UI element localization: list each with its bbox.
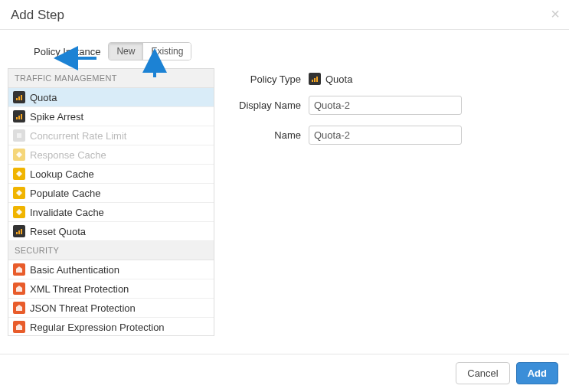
policy-instance-label: Policy Instance bbox=[34, 46, 100, 57]
svg-rect-3 bbox=[21, 95, 22, 100]
add-button[interactable]: Add bbox=[516, 362, 558, 384]
name-input[interactable] bbox=[309, 126, 462, 145]
policy-item[interactable]: Reset Quota bbox=[8, 222, 214, 241]
instance-toggle-group: New Existing bbox=[108, 42, 191, 60]
dark-icon bbox=[13, 110, 25, 122]
policy-item[interactable]: Lookup Cache bbox=[8, 165, 214, 184]
yellow-icon bbox=[13, 187, 25, 199]
svg-rect-2 bbox=[18, 96, 20, 100]
yellow-icon bbox=[13, 206, 25, 218]
svg-rect-6 bbox=[21, 114, 22, 119]
policy-item-label: Basic Authentication bbox=[30, 264, 119, 276]
policy-type-value-wrap: Quota bbox=[309, 73, 352, 85]
policy-item: Concurrent Rate Limit bbox=[8, 126, 214, 145]
policy-item-label: Lookup Cache bbox=[30, 168, 94, 180]
yellow-icon bbox=[13, 168, 25, 180]
svg-rect-4 bbox=[16, 117, 18, 119]
policy-item-label: XML Threat Protection bbox=[30, 283, 129, 295]
policy-item-label: Regular Expression Protection bbox=[30, 322, 165, 333]
section-traffic-header: TRAFFIC MANAGEMENT bbox=[8, 69, 214, 88]
modal-title: Add Step bbox=[11, 8, 558, 23]
svg-rect-13 bbox=[316, 77, 318, 82]
quota-icon bbox=[309, 73, 321, 85]
policy-item-label: Populate Cache bbox=[30, 188, 101, 199]
policy-item[interactable]: XML Threat Protection bbox=[8, 279, 214, 299]
display-name-row: Display Name bbox=[228, 96, 563, 115]
policy-type-label: Policy Type bbox=[228, 74, 301, 85]
cancel-button[interactable]: Cancel bbox=[456, 362, 509, 384]
disabled-icon bbox=[13, 129, 25, 142]
content-row: TRAFFIC MANAGEMENT QuotaSpike ArrestConc… bbox=[8, 68, 563, 336]
policy-item-label: Quota bbox=[30, 92, 57, 103]
form-area: Policy Type Quota Display Name Name bbox=[228, 68, 563, 336]
name-label: Name bbox=[228, 129, 301, 141]
policy-item[interactable]: Invalidate Cache bbox=[8, 203, 214, 222]
policy-item[interactable]: JSON Threat Protection bbox=[8, 299, 214, 318]
policy-type-value: Quota bbox=[325, 74, 352, 85]
svg-rect-1 bbox=[16, 98, 18, 100]
policy-list[interactable]: TRAFFIC MANAGEMENT QuotaSpike ArrestConc… bbox=[8, 68, 214, 336]
policy-item[interactable]: Spike Arrest bbox=[8, 107, 214, 126]
policy-item-label: Invalidate Cache bbox=[30, 207, 104, 218]
modal-header: Add Step × bbox=[0, 0, 569, 30]
orange-icon bbox=[13, 283, 25, 295]
svg-rect-9 bbox=[18, 230, 20, 234]
quota-icon bbox=[13, 91, 25, 103]
display-name-input[interactable] bbox=[309, 96, 462, 115]
modal-footer: Cancel Add bbox=[0, 354, 569, 392]
policy-item-label: Spike Arrest bbox=[30, 111, 83, 122]
yellow-light-icon bbox=[13, 149, 25, 161]
orange-icon bbox=[13, 321, 25, 333]
policy-item[interactable]: Quota bbox=[8, 88, 214, 107]
svg-rect-12 bbox=[314, 78, 316, 82]
section-security-header: SECURITY bbox=[8, 241, 214, 260]
svg-rect-11 bbox=[312, 80, 313, 82]
policy-item-label: Reset Quota bbox=[30, 226, 86, 237]
toggle-new-button[interactable]: New bbox=[109, 43, 142, 60]
dark-icon bbox=[13, 225, 25, 237]
display-name-label: Display Name bbox=[228, 100, 301, 111]
policy-item-label: Response Cache bbox=[30, 149, 106, 161]
svg-rect-10 bbox=[21, 229, 22, 234]
policy-item-label: Concurrent Rate Limit bbox=[30, 130, 126, 142]
policy-item-label: JSON Threat Protection bbox=[30, 302, 136, 314]
svg-rect-5 bbox=[18, 116, 20, 119]
policy-type-row: Policy Type Quota bbox=[228, 73, 563, 85]
close-icon[interactable]: × bbox=[551, 6, 560, 21]
policy-item: Response Cache bbox=[8, 145, 214, 165]
toggle-existing-button[interactable]: Existing bbox=[142, 43, 191, 60]
name-row: Name bbox=[228, 126, 563, 145]
policy-instance-row: Policy Instance New Existing bbox=[34, 42, 563, 60]
policy-item[interactable]: Populate Cache bbox=[8, 184, 214, 203]
svg-rect-8 bbox=[16, 232, 18, 234]
policy-item[interactable]: Basic Authentication bbox=[8, 260, 214, 279]
orange-icon bbox=[13, 302, 25, 314]
modal-body: Policy Instance New Existing TRAFFIC MAN… bbox=[0, 30, 569, 342]
orange-icon bbox=[13, 263, 25, 276]
svg-rect-7 bbox=[17, 133, 21, 138]
policy-item[interactable]: Regular Expression Protection bbox=[8, 318, 214, 336]
